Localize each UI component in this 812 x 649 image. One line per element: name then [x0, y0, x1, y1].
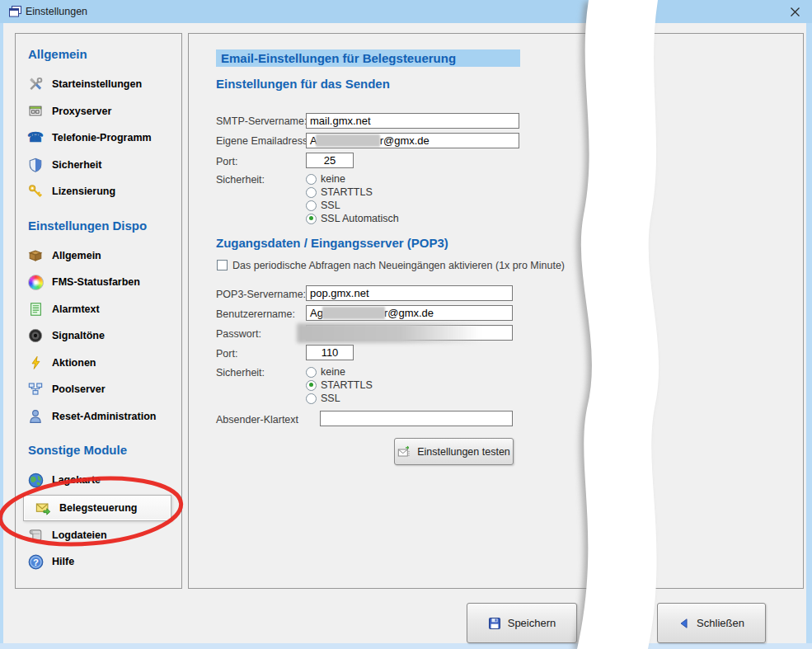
color-wheel-icon [26, 274, 45, 290]
window-title: Einstellungen [26, 6, 87, 17]
radio-icon [306, 367, 317, 378]
sidebar-item-label: Telefonie-Programm [52, 132, 152, 143]
sidebar-item-hilfe[interactable]: ? Hilfe [26, 548, 181, 576]
sidebar-item-proxyserver[interactable]: Proxyserver [26, 98, 181, 125]
sidebar-item-reset-administration[interactable]: Reset-Administration [26, 403, 181, 430]
username-label: Benutzerername: [216, 308, 295, 320]
poll-checkbox[interactable] [217, 260, 228, 270]
sidebar-item-label: Belegsteuerung [59, 502, 137, 514]
pop3-server-input[interactable]: pop.gmx.net [306, 285, 513, 301]
pop3-port-label: Port: [216, 348, 237, 360]
document-icon [26, 301, 45, 317]
sidebar-item-label: FMS-Statusfarben [52, 276, 140, 288]
window-border-bottom [0, 643, 812, 649]
main-panel: Email-Einstellungen für Belegsteuerung E… [188, 33, 804, 589]
sidebar-item-aktionen[interactable]: Aktionen [26, 350, 181, 377]
sidebar-item-telefonie-programm[interactable]: ☎ Telefonie-Programm [26, 125, 181, 152]
redaction-blur [297, 323, 488, 343]
sender-cleartext-input[interactable] [320, 411, 513, 426]
test-settings-button[interactable]: Einstellungen testen [394, 438, 514, 465]
sidebar-item-belegsteuerung[interactable]: Belegsteuerung [23, 495, 171, 521]
password-label: Passwort: [216, 328, 261, 340]
globe-icon [26, 472, 45, 488]
sidebar-item-label: Poolserver [52, 383, 106, 395]
sidebar-item-label: Reset-Administration [52, 411, 156, 422]
radio-pop3-ssl[interactable]: SSL [306, 393, 340, 404]
window-border-right [806, 23, 812, 644]
sidebar-item-signaltoene[interactable]: Signaltöne [26, 322, 181, 350]
window-form-icon [8, 5, 22, 18]
send-section-heading: Einstellungen für das Senden [216, 77, 390, 91]
section-heading-einstellungen-dispo: Einstellungen Dispo [28, 219, 181, 233]
sidebar-item-alarmtext[interactable]: Alarmtext [26, 296, 181, 323]
settings-window: Einstellungen Allgemein Starteinstellung… [0, 0, 812, 649]
sidebar: Allgemein Starteinstellungen [15, 33, 182, 589]
sidebar-item-lizensierung[interactable]: Lizensierung [26, 178, 181, 205]
radio-pop3-keine[interactable]: keine [306, 366, 345, 378]
sidebar-item-allgemein-dispo[interactable]: Allgemein [26, 242, 181, 270]
radio-smtp-starttls[interactable]: STARTTLS [306, 186, 373, 198]
smtp-security-label: Sicherheit: [216, 174, 265, 186]
sidebar-item-label: Sicherheit [52, 159, 101, 171]
sidebar-item-poolserver[interactable]: Poolserver [26, 376, 181, 403]
close-button[interactable] [786, 3, 804, 20]
smtp-port-input[interactable]: 25 [306, 153, 354, 168]
pop3-section-heading: Zugangsdaten / Eingangsserver (POP3) [216, 236, 448, 250]
pop3-server-label: POP3-Servername: [216, 289, 306, 300]
box-icon [26, 247, 45, 264]
sidebar-item-fms-statusfarben[interactable]: FMS-Statusfarben [26, 269, 181, 296]
radio-icon [306, 174, 317, 185]
redaction-blur [322, 307, 385, 319]
page-title: Email-Einstellungen für Belegsteuerung [216, 49, 520, 67]
sidebar-item-label: Starteinstellungen [52, 78, 142, 90]
radio-smtp-ssl-automatisch[interactable]: SSL Automatisch [306, 213, 399, 224]
sidebar-item-label: Proxyserver [52, 106, 111, 117]
sidebar-item-label: Logdateien [52, 529, 107, 541]
save-button[interactable]: Speichern [467, 603, 577, 643]
sidebar-item-sicherheit[interactable]: Sicherheit [26, 152, 181, 179]
radio-selected-icon [306, 214, 317, 224]
mail-send-icon [34, 500, 52, 516]
sidebar-item-label: Lizensierung [52, 186, 115, 197]
radio-icon [306, 393, 317, 404]
smtp-server-input[interactable]: mail.gmx.net [306, 113, 519, 129]
key-icon [26, 183, 45, 200]
radio-smtp-ssl[interactable]: SSL [306, 200, 340, 211]
telephone-icon: ☎ [26, 129, 45, 146]
radio-icon [306, 200, 317, 211]
scroll-icon [26, 527, 45, 543]
radio-smtp-keine[interactable]: keine [306, 173, 345, 185]
test-mail-icon [397, 445, 411, 459]
smtp-port-label: Port: [216, 156, 237, 167]
poll-checkbox-label: Das periodische Abfragen nach Neueingäng… [232, 260, 565, 271]
titlebar[interactable]: Einstellungen [0, 0, 812, 23]
radio-selected-icon [306, 380, 317, 391]
help-icon: ? [26, 553, 45, 570]
proxy-window-icon [26, 103, 45, 120]
sidebar-item-label: Signaltöne [52, 330, 105, 341]
section-heading-sonstige-module: Sonstige Module [28, 443, 181, 457]
save-floppy-icon [488, 617, 501, 630]
sidebar-item-starteinstellungen[interactable]: Starteinstellungen [26, 71, 181, 98]
close-dialog-button[interactable]: Schließen [657, 603, 766, 643]
lightning-icon [26, 355, 45, 371]
network-icon [26, 381, 45, 397]
svg-text:?: ? [33, 557, 39, 567]
radio-pop3-starttls[interactable]: STARTTLS [306, 379, 373, 391]
sidebar-item-label: Hilfe [52, 556, 74, 567]
pop3-port-input[interactable]: 110 [306, 345, 354, 360]
sidebar-item-lagekarte[interactable]: Lagekarte [26, 467, 181, 494]
speaker-icon [26, 327, 45, 344]
redaction-blur [316, 134, 380, 147]
sidebar-item-label: Allgemein [52, 250, 101, 261]
sidebar-item-label: Alarmtext [52, 303, 100, 315]
sidebar-item-label: Aktionen [52, 357, 96, 369]
smtp-server-label: SMTP-Servername: [216, 115, 307, 127]
pop3-security-label: Sicherheit: [216, 367, 265, 379]
back-arrow-icon [678, 618, 690, 629]
radio-icon [306, 187, 317, 198]
shield-icon [26, 157, 45, 173]
sidebar-item-logdateien[interactable]: Logdateien [26, 522, 181, 549]
section-heading-allgemein: Allgemein [28, 47, 181, 61]
close-icon [790, 7, 800, 17]
